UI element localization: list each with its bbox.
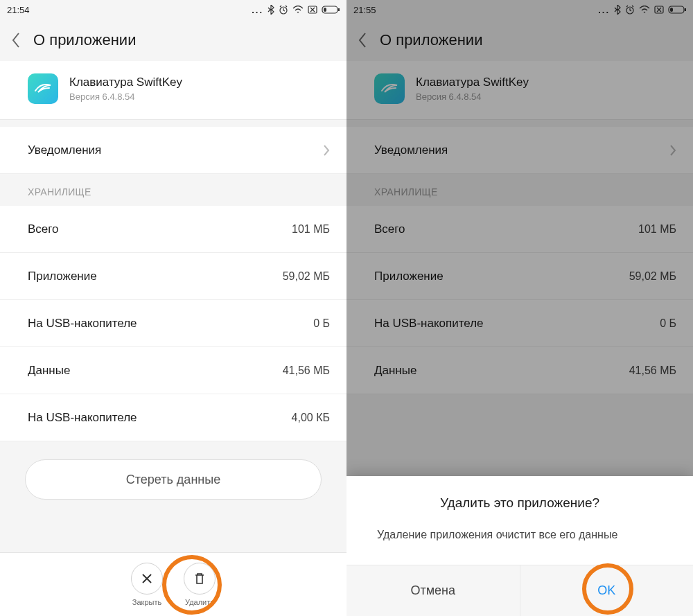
battery-icon [668, 6, 686, 14]
app-version: Версия 6.4.8.54 [416, 91, 529, 102]
close-label: Закрыть [132, 598, 161, 606]
nosim-icon [308, 6, 317, 14]
row-label: Приложение [28, 270, 97, 283]
row-notifications[interactable]: Уведомления [0, 127, 346, 174]
row-label: Данные [28, 364, 70, 378]
svg-rect-8 [685, 8, 686, 11]
more-icon: ... [598, 5, 610, 15]
delete-label: Удалить [185, 598, 214, 606]
row-value: 59,02 МБ [629, 270, 676, 283]
status-bar: 21:54 ... [0, 0, 346, 19]
alarm-icon [625, 5, 635, 15]
app-icon [374, 73, 405, 104]
phone-left: 21:54 ... О приложении Клавиатура SwiftK… [0, 0, 346, 616]
row-label: Всего [28, 222, 59, 236]
back-icon[interactable] [11, 32, 21, 49]
row-notifications[interactable]: Уведомления [346, 127, 693, 174]
row-usb1: На USB-накопителе 0 Б [346, 300, 693, 347]
dialog-title: Удалить это приложение? [346, 476, 693, 522]
section-storage: ХРАНИЛИЩЕ [0, 174, 346, 206]
row-label: На USB-накопителе [374, 317, 484, 331]
svg-rect-4 [324, 8, 326, 12]
row-total: Всего 101 МБ [346, 206, 693, 253]
row-total: Всего 101 МБ [0, 206, 346, 253]
clock: 21:54 [7, 5, 30, 15]
row-usb1: На USB-накопителе 0 Б [0, 300, 346, 347]
row-value: 0 Б [313, 317, 330, 330]
section-storage: ХРАНИЛИЩЕ [346, 174, 693, 206]
battery-icon [322, 6, 340, 14]
app-name: Клавиатура SwiftKey [416, 76, 529, 89]
row-value: 101 МБ [292, 223, 330, 236]
row-value: 101 МБ [638, 223, 676, 236]
row-data: Данные 41,56 МБ [0, 347, 346, 394]
ok-button[interactable]: OK [520, 565, 694, 616]
alarm-icon [279, 5, 288, 15]
wifi-icon [639, 6, 650, 14]
row-label: Уведомления [28, 143, 101, 157]
action-bar: Закрыть Удалить [0, 552, 346, 616]
page-title: О приложении [33, 31, 136, 49]
app-info-block: Клавиатура SwiftKey Версия 6.4.8.54 [346, 61, 693, 120]
dialog-message: Удаление приложения очистит все его данн… [346, 522, 693, 565]
row-value: 0 Б [660, 317, 676, 330]
phone-right: 21:55 ... О приложении Клавиатура SwiftK… [346, 0, 693, 616]
app-info-block: Клавиатура SwiftKey Версия 6.4.8.54 [0, 61, 346, 120]
svg-rect-3 [338, 8, 340, 11]
chevron-right-icon [323, 144, 330, 157]
close-button[interactable]: Закрыть [131, 563, 163, 606]
row-label: Всего [374, 222, 405, 236]
app-icon [28, 73, 58, 104]
close-icon [141, 572, 153, 585]
clear-data-button[interactable]: Стереть данные [25, 459, 322, 500]
row-label: Данные [374, 364, 416, 378]
row-app: Приложение 59,02 МБ [0, 253, 346, 300]
header: О приложении [0, 19, 346, 61]
row-usb2: На USB-накопителе 4,00 КБ [0, 394, 346, 441]
row-app: Приложение 59,02 МБ [346, 253, 693, 300]
row-label: На USB-накопителе [28, 411, 137, 425]
app-name: Клавиатура SwiftKey [69, 76, 182, 89]
clock: 21:55 [353, 5, 376, 15]
chevron-right-icon [669, 144, 676, 157]
more-icon: ... [252, 5, 263, 15]
row-value: 4,00 КБ [292, 412, 330, 424]
delete-button[interactable]: Удалить [184, 563, 216, 606]
row-value: 59,02 МБ [283, 270, 330, 283]
page-title: О приложении [380, 31, 482, 49]
row-value: 41,56 МБ [629, 364, 676, 377]
status-bar: 21:55 ... [346, 0, 693, 19]
cancel-button[interactable]: Отмена [346, 565, 520, 616]
wifi-icon [292, 6, 304, 14]
svg-rect-9 [670, 8, 673, 12]
bluetooth-icon [267, 5, 274, 15]
trash-icon [193, 572, 206, 586]
back-icon[interactable] [358, 32, 367, 49]
row-label: Уведомления [374, 143, 448, 157]
bluetooth-icon [614, 5, 621, 15]
nosim-icon [654, 6, 664, 14]
row-label: Приложение [374, 270, 444, 283]
header: О приложении [346, 19, 693, 61]
row-data: Данные 41,56 МБ [346, 347, 693, 394]
row-label: На USB-накопителе [28, 317, 137, 331]
confirm-dialog: Удалить это приложение? Удаление приложе… [346, 476, 693, 616]
app-version: Версия 6.4.8.54 [69, 91, 182, 102]
row-value: 41,56 МБ [283, 364, 330, 377]
